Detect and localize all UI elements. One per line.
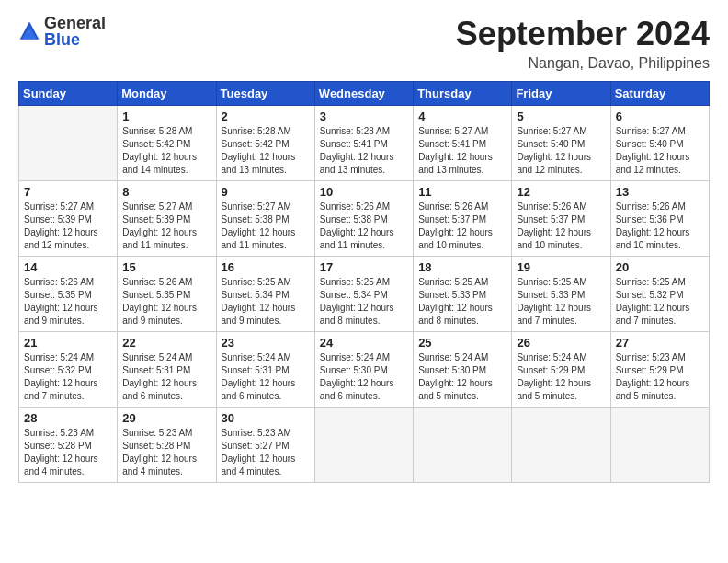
logo-general: General bbox=[44, 15, 106, 31]
day-number: 1 bbox=[122, 109, 210, 123]
table-row bbox=[19, 106, 118, 181]
day-info: Sunrise: 5:23 AM Sunset: 5:28 PM Dayligh… bbox=[122, 427, 210, 478]
day-number: 29 bbox=[122, 411, 210, 425]
day-number: 26 bbox=[517, 336, 605, 350]
page: General Blue September 2024 Nangan, Dava… bbox=[0, 0, 728, 563]
header-saturday: Saturday bbox=[610, 82, 709, 106]
table-row: 27 Sunrise: 5:23 AM Sunset: 5:29 PM Dayl… bbox=[610, 332, 709, 408]
table-row: 11 Sunrise: 5:26 AM Sunset: 5:37 PM Dayl… bbox=[414, 181, 512, 257]
day-info: Sunrise: 5:23 AM Sunset: 5:29 PM Dayligh… bbox=[616, 351, 704, 403]
weekday-header-row: Sunday Monday Tuesday Wednesday Thursday… bbox=[19, 82, 710, 106]
day-number: 21 bbox=[24, 336, 112, 350]
header-wednesday: Wednesday bbox=[314, 82, 413, 106]
table-row: 15 Sunrise: 5:26 AM Sunset: 5:35 PM Dayl… bbox=[118, 257, 216, 332]
day-info: Sunrise: 5:26 AM Sunset: 5:37 PM Dayligh… bbox=[517, 201, 605, 252]
table-row: 29 Sunrise: 5:23 AM Sunset: 5:28 PM Dayl… bbox=[118, 408, 216, 483]
day-info: Sunrise: 5:28 AM Sunset: 5:42 PM Dayligh… bbox=[122, 125, 210, 177]
day-info: Sunrise: 5:26 AM Sunset: 5:35 PM Dayligh… bbox=[122, 276, 210, 327]
calendar-week-row: 14 Sunrise: 5:26 AM Sunset: 5:35 PM Dayl… bbox=[19, 257, 710, 332]
day-number: 28 bbox=[24, 411, 112, 425]
day-info: Sunrise: 5:25 AM Sunset: 5:32 PM Dayligh… bbox=[616, 276, 704, 327]
day-number: 19 bbox=[517, 260, 605, 274]
day-number: 15 bbox=[122, 260, 210, 274]
logo-blue: Blue bbox=[44, 31, 106, 48]
day-number: 22 bbox=[122, 336, 210, 350]
day-number: 12 bbox=[517, 185, 605, 199]
day-info: Sunrise: 5:24 AM Sunset: 5:30 PM Dayligh… bbox=[418, 351, 506, 403]
day-info: Sunrise: 5:27 AM Sunset: 5:40 PM Dayligh… bbox=[616, 125, 704, 177]
day-number: 11 bbox=[418, 185, 506, 199]
day-info: Sunrise: 5:25 AM Sunset: 5:34 PM Dayligh… bbox=[222, 276, 310, 327]
day-number: 13 bbox=[616, 185, 704, 199]
table-row: 5 Sunrise: 5:27 AM Sunset: 5:40 PM Dayli… bbox=[512, 106, 610, 181]
day-info: Sunrise: 5:28 AM Sunset: 5:41 PM Dayligh… bbox=[320, 125, 408, 177]
logo: General Blue bbox=[18, 15, 106, 48]
logo-icon bbox=[18, 20, 40, 42]
day-info: Sunrise: 5:24 AM Sunset: 5:31 PM Dayligh… bbox=[122, 351, 210, 403]
day-info: Sunrise: 5:25 AM Sunset: 5:33 PM Dayligh… bbox=[517, 276, 605, 327]
table-row: 12 Sunrise: 5:26 AM Sunset: 5:37 PM Dayl… bbox=[512, 181, 610, 257]
day-number: 16 bbox=[222, 260, 310, 274]
month-title: September 2024 bbox=[456, 15, 710, 53]
day-number: 10 bbox=[320, 185, 408, 199]
header-tuesday: Tuesday bbox=[216, 82, 314, 106]
calendar-week-row: 21 Sunrise: 5:24 AM Sunset: 5:32 PM Dayl… bbox=[19, 332, 710, 408]
table-row: 17 Sunrise: 5:25 AM Sunset: 5:34 PM Dayl… bbox=[314, 257, 413, 332]
day-info: Sunrise: 5:26 AM Sunset: 5:38 PM Dayligh… bbox=[320, 201, 408, 252]
day-number: 20 bbox=[616, 260, 704, 274]
day-info: Sunrise: 5:27 AM Sunset: 5:39 PM Dayligh… bbox=[122, 201, 210, 252]
day-info: Sunrise: 5:27 AM Sunset: 5:39 PM Dayligh… bbox=[24, 201, 112, 252]
table-row: 25 Sunrise: 5:24 AM Sunset: 5:30 PM Dayl… bbox=[414, 332, 512, 408]
day-info: Sunrise: 5:24 AM Sunset: 5:31 PM Dayligh… bbox=[222, 351, 310, 403]
table-row: 3 Sunrise: 5:28 AM Sunset: 5:41 PM Dayli… bbox=[314, 106, 413, 181]
day-number: 25 bbox=[418, 336, 506, 350]
day-number: 9 bbox=[222, 185, 310, 199]
table-row bbox=[414, 408, 512, 483]
day-info: Sunrise: 5:24 AM Sunset: 5:30 PM Dayligh… bbox=[320, 351, 408, 403]
day-number: 27 bbox=[616, 336, 704, 350]
day-info: Sunrise: 5:24 AM Sunset: 5:32 PM Dayligh… bbox=[24, 351, 112, 403]
table-row: 18 Sunrise: 5:25 AM Sunset: 5:33 PM Dayl… bbox=[414, 257, 512, 332]
header-sunday: Sunday bbox=[19, 82, 118, 106]
table-row: 4 Sunrise: 5:27 AM Sunset: 5:41 PM Dayli… bbox=[414, 106, 512, 181]
day-number: 23 bbox=[222, 336, 310, 350]
table-row: 14 Sunrise: 5:26 AM Sunset: 5:35 PM Dayl… bbox=[19, 257, 118, 332]
day-number: 17 bbox=[320, 260, 408, 274]
table-row: 6 Sunrise: 5:27 AM Sunset: 5:40 PM Dayli… bbox=[610, 106, 709, 181]
day-number: 8 bbox=[122, 185, 210, 199]
day-info: Sunrise: 5:25 AM Sunset: 5:33 PM Dayligh… bbox=[418, 276, 506, 327]
table-row: 24 Sunrise: 5:24 AM Sunset: 5:30 PM Dayl… bbox=[314, 332, 413, 408]
table-row: 16 Sunrise: 5:25 AM Sunset: 5:34 PM Dayl… bbox=[216, 257, 314, 332]
table-row: 9 Sunrise: 5:27 AM Sunset: 5:38 PM Dayli… bbox=[216, 181, 314, 257]
day-info: Sunrise: 5:27 AM Sunset: 5:40 PM Dayligh… bbox=[517, 125, 605, 177]
table-row: 13 Sunrise: 5:26 AM Sunset: 5:36 PM Dayl… bbox=[610, 181, 709, 257]
table-row bbox=[610, 408, 709, 483]
day-number: 7 bbox=[24, 185, 112, 199]
day-number: 5 bbox=[517, 109, 605, 123]
title-block: September 2024 Nangan, Davao, Philippine… bbox=[456, 15, 710, 72]
day-info: Sunrise: 5:26 AM Sunset: 5:37 PM Dayligh… bbox=[418, 201, 506, 252]
table-row: 10 Sunrise: 5:26 AM Sunset: 5:38 PM Dayl… bbox=[314, 181, 413, 257]
table-row: 20 Sunrise: 5:25 AM Sunset: 5:32 PM Dayl… bbox=[610, 257, 709, 332]
calendar: Sunday Monday Tuesday Wednesday Thursday… bbox=[18, 81, 710, 483]
day-info: Sunrise: 5:28 AM Sunset: 5:42 PM Dayligh… bbox=[222, 125, 310, 177]
table-row: 1 Sunrise: 5:28 AM Sunset: 5:42 PM Dayli… bbox=[118, 106, 216, 181]
header-thursday: Thursday bbox=[414, 82, 512, 106]
calendar-week-row: 1 Sunrise: 5:28 AM Sunset: 5:42 PM Dayli… bbox=[19, 106, 710, 181]
table-row bbox=[512, 408, 610, 483]
day-number: 24 bbox=[320, 336, 408, 350]
table-row: 7 Sunrise: 5:27 AM Sunset: 5:39 PM Dayli… bbox=[19, 181, 118, 257]
calendar-week-row: 7 Sunrise: 5:27 AM Sunset: 5:39 PM Dayli… bbox=[19, 181, 710, 257]
day-number: 14 bbox=[24, 260, 112, 274]
table-row: 8 Sunrise: 5:27 AM Sunset: 5:39 PM Dayli… bbox=[118, 181, 216, 257]
header-friday: Friday bbox=[512, 82, 610, 106]
day-info: Sunrise: 5:27 AM Sunset: 5:41 PM Dayligh… bbox=[418, 125, 506, 177]
header-monday: Monday bbox=[118, 82, 216, 106]
day-number: 30 bbox=[222, 411, 310, 425]
header: General Blue September 2024 Nangan, Dava… bbox=[18, 15, 710, 72]
logo-text: General Blue bbox=[44, 15, 106, 48]
day-info: Sunrise: 5:25 AM Sunset: 5:34 PM Dayligh… bbox=[320, 276, 408, 327]
day-number: 18 bbox=[418, 260, 506, 274]
day-number: 6 bbox=[616, 109, 704, 123]
table-row: 21 Sunrise: 5:24 AM Sunset: 5:32 PM Dayl… bbox=[19, 332, 118, 408]
